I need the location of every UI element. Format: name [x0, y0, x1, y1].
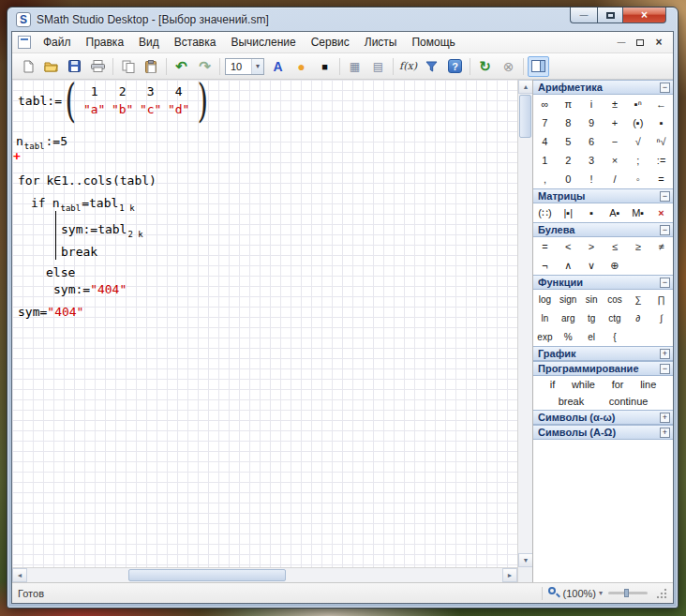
section-header-symbols-uppercase[interactable]: Символы (A-Ω) + — [533, 425, 673, 440]
align-rows-button[interactable]: ▤ — [367, 56, 389, 77]
mdi-restore-button[interactable] — [632, 36, 649, 50]
palette-button[interactable]: ctg — [604, 308, 627, 327]
palette-button[interactable]: π — [557, 95, 580, 113]
palette-button[interactable]: ; — [626, 151, 649, 170]
matrix-cell[interactable]: 3 — [137, 84, 165, 98]
palette-button[interactable]: ← — [649, 95, 673, 113]
mdi-minimize-button[interactable]: — — [613, 36, 630, 50]
palette-button[interactable]: |▪| — [557, 203, 580, 222]
open-button[interactable] — [40, 56, 62, 77]
palette-button[interactable]: ∑ — [626, 290, 649, 308]
palette-button[interactable]: ▪ — [649, 113, 673, 132]
document-icon[interactable] — [18, 36, 31, 49]
expand-toggle[interactable]: + — [660, 413, 670, 423]
matrix-cell[interactable]: "b" — [109, 102, 137, 116]
palette-button[interactable]: ≠ — [649, 237, 673, 256]
palette-button[interactable]: > — [580, 237, 604, 256]
palette-button[interactable]: 2 — [557, 151, 580, 170]
resize-grip[interactable] — [655, 587, 667, 599]
palette-button[interactable]: 6 — [580, 132, 604, 151]
palette-button[interactable]: 3 — [580, 151, 604, 170]
section-header-functions[interactable]: Функции − — [533, 275, 673, 290]
palette-button[interactable]: × — [604, 151, 627, 170]
matrix-cell[interactable]: "a" — [81, 102, 109, 116]
zoom-slider-thumb[interactable] — [624, 589, 629, 597]
new-button[interactable] — [17, 56, 38, 77]
palette-button[interactable]: 8 — [557, 113, 580, 132]
palette-button[interactable]: × — [649, 203, 673, 222]
collapse-toggle[interactable]: − — [660, 364, 670, 374]
align-grid-button[interactable]: ▦ — [344, 56, 365, 77]
undo-button[interactable]: ↶ — [171, 56, 192, 77]
palette-button[interactable]: ◦ — [626, 170, 649, 188]
palette-button[interactable]: cos — [604, 290, 627, 308]
palette-button[interactable]: arg — [557, 308, 580, 327]
vertical-scroll-track[interactable] — [518, 94, 532, 553]
collapse-toggle[interactable]: − — [660, 225, 670, 235]
filter-button[interactable] — [421, 56, 442, 77]
menu-item[interactable]: Сервис — [304, 33, 357, 52]
palette-button[interactable]: = — [649, 170, 673, 188]
palette-button[interactable]: A▪ — [604, 203, 627, 222]
palette-button[interactable]: (▪) — [626, 113, 649, 132]
palette-button[interactable]: ▪ — [580, 203, 604, 222]
zoom-level[interactable]: (100%) — [563, 588, 596, 599]
palette-button[interactable]: continue — [609, 396, 649, 407]
section-header-programming[interactable]: Программирование − — [533, 361, 673, 376]
menu-item[interactable]: Вставка — [167, 33, 224, 52]
menu-item[interactable]: Файл — [36, 33, 79, 52]
section-header-graph[interactable]: График + — [533, 346, 673, 361]
palette-button[interactable]: ⁿ√ — [649, 132, 673, 151]
matrix-cell[interactable]: 2 — [109, 84, 137, 98]
palette-button[interactable]: line — [640, 379, 656, 390]
border-button[interactable]: ■ — [314, 56, 336, 77]
palette-button[interactable]: + — [604, 113, 627, 132]
side-panel-toggle[interactable] — [528, 56, 549, 77]
fill-color-button[interactable]: ● — [291, 56, 312, 77]
recalculate-button[interactable]: ↻ — [474, 56, 496, 77]
palette-button[interactable]: ∫ — [649, 308, 673, 327]
mdi-close-button[interactable]: × — [650, 36, 667, 50]
palette-button[interactable]: < — [557, 237, 580, 256]
palette-button[interactable]: 9 — [580, 113, 604, 132]
menu-item[interactable]: Вид — [131, 33, 167, 52]
matrix-cell[interactable]: "d" — [165, 102, 193, 116]
palette-button[interactable]: { — [604, 327, 627, 346]
palette-button[interactable]: ln — [533, 308, 557, 327]
horizontal-scrollbar[interactable]: ◄ ► — [12, 567, 517, 582]
palette-button[interactable]: ▪ⁿ — [626, 95, 649, 113]
palette-button[interactable]: tg — [580, 308, 604, 327]
title-bar[interactable]: S SMath Studio Desktop - [Выбор значений… — [7, 8, 678, 31]
paste-button[interactable] — [141, 56, 162, 77]
palette-button[interactable]: 4 — [533, 132, 557, 151]
section-header-arithmetic[interactable]: Арифметика − — [533, 80, 673, 95]
palette-button[interactable]: := — [649, 151, 673, 170]
palette-button[interactable]: sin — [580, 290, 604, 308]
menu-item[interactable]: Листы — [357, 33, 405, 52]
collapse-toggle[interactable]: − — [660, 278, 670, 288]
expression-tabl-definition[interactable]: tabl:= ( 1234 "a""b""c""d" ) — [18, 82, 211, 119]
palette-button[interactable]: 1 — [533, 151, 557, 170]
worksheet-canvas[interactable]: tabl:= ( 1234 "a""b""c""d" ) — [12, 80, 517, 567]
expression-sym-assign[interactable]: sym:=tabl2 k — [61, 222, 144, 236]
expand-toggle[interactable]: + — [660, 349, 670, 359]
insert-function-button[interactable]: f(x) — [397, 56, 419, 77]
maximize-button[interactable] — [597, 8, 623, 23]
font-size-select[interactable]: 10 ▾ — [225, 58, 264, 75]
palette-button[interactable]: ! — [580, 170, 604, 188]
palette-button[interactable]: for — [612, 379, 624, 390]
menu-item[interactable]: Правка — [79, 33, 132, 52]
section-header-matrices[interactable]: Матрицы − — [533, 188, 673, 203]
expression-else[interactable]: else — [46, 265, 75, 279]
horizontal-scroll-thumb[interactable] — [128, 569, 286, 581]
section-header-symbols-lowercase[interactable]: Символы (α-ω) + — [533, 410, 673, 425]
menu-item[interactable]: Помощь — [404, 33, 462, 52]
palette-button[interactable]: while — [572, 379, 595, 390]
palette-button[interactable]: ∨ — [580, 256, 604, 275]
palette-button[interactable]: % — [557, 327, 580, 346]
expression-if-condition[interactable]: ifntabl=tabl1 k — [31, 196, 136, 210]
section-header-boolean[interactable]: Булева − — [533, 222, 673, 237]
vertical-scrollbar[interactable]: ▲ ▼ — [517, 80, 532, 582]
stop-button[interactable]: ⊗ — [498, 56, 519, 77]
palette-button[interactable]: √ — [626, 132, 649, 151]
